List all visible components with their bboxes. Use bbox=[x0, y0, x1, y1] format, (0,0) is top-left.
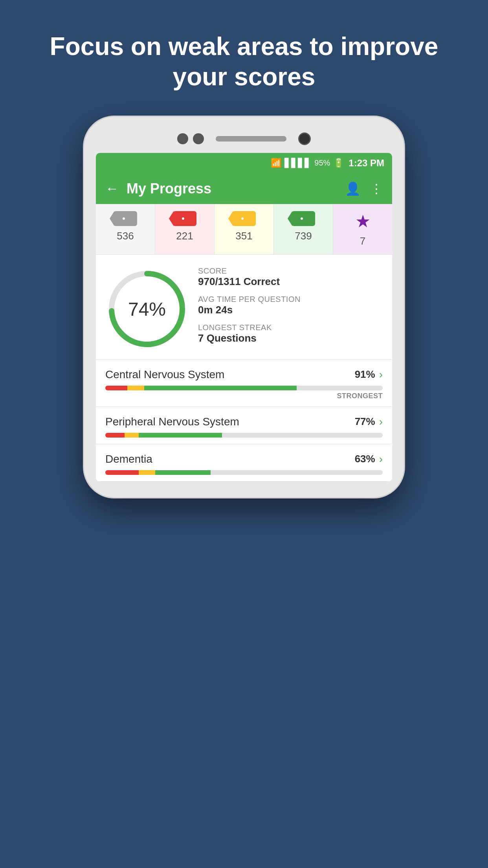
status-time: 1:23 PM bbox=[349, 158, 384, 169]
phone-screen: 📶 ▋▋▋▋ 95% 🔋 1:23 PM ← My Progress 👤 ⋮ 5… bbox=[96, 153, 392, 482]
tab-yellow-value: 351 bbox=[235, 230, 252, 242]
tag-red-icon bbox=[173, 211, 196, 226]
star-icon: ★ bbox=[355, 211, 371, 231]
subject-percentage: 91% bbox=[355, 368, 375, 381]
tab-gray[interactable]: 536 bbox=[96, 204, 155, 254]
tag-gray-icon bbox=[114, 211, 137, 226]
subject-percentage: 77% bbox=[355, 416, 375, 428]
page-title: My Progress bbox=[127, 180, 337, 197]
streak-row: LONGEST STREAK 7 Questions bbox=[198, 323, 380, 344]
subject-name: Central Nervous System bbox=[105, 368, 224, 381]
chevron-right-icon: › bbox=[379, 368, 383, 381]
camera-dot bbox=[177, 133, 188, 144]
subject-item[interactable]: Peripheral Nervous System 77% › bbox=[96, 407, 392, 444]
tab-yellow[interactable]: 351 bbox=[215, 204, 274, 254]
score-label: SCORE bbox=[198, 267, 380, 276]
tab-gray-value: 536 bbox=[117, 230, 134, 242]
tag-green-icon bbox=[292, 211, 315, 226]
progress-stats: SCORE 970/1311 Correct AVG TIME PER QUES… bbox=[198, 267, 380, 351]
svg-point-1 bbox=[182, 217, 184, 220]
svg-point-3 bbox=[301, 217, 303, 220]
subject-name: Dementia bbox=[105, 453, 152, 465]
svg-point-2 bbox=[241, 217, 244, 220]
subject-percentage: 63% bbox=[355, 453, 375, 465]
tab-star-value: 7 bbox=[360, 235, 365, 247]
streak-label: LONGEST STREAK bbox=[198, 323, 380, 332]
signal-icon: ▋▋▋▋ bbox=[284, 158, 311, 168]
battery-icon: 🔋 bbox=[333, 158, 344, 168]
subject-bar bbox=[105, 433, 383, 438]
app-bar: ← My Progress 👤 ⋮ bbox=[96, 173, 392, 204]
tab-green-value: 739 bbox=[295, 230, 312, 242]
subject-tag: STRONGEST bbox=[105, 392, 383, 400]
more-options-icon[interactable]: ⋮ bbox=[370, 181, 383, 196]
percentage-text: 74% bbox=[128, 298, 166, 320]
streak-value: 7 Questions bbox=[198, 332, 380, 344]
score-row: SCORE 970/1311 Correct bbox=[198, 267, 380, 288]
avg-time-label: AVG TIME PER QUESTION bbox=[198, 295, 380, 304]
camera-dot-2 bbox=[193, 133, 204, 144]
subject-list: Central Nervous System 91% › STRONGEST P… bbox=[96, 360, 392, 482]
back-button[interactable]: ← bbox=[105, 181, 119, 196]
wifi-icon: 📶 bbox=[271, 158, 281, 168]
subject-bar bbox=[105, 470, 383, 475]
score-value: 970/1311 Correct bbox=[198, 276, 380, 288]
tab-red[interactable]: 221 bbox=[155, 204, 215, 254]
subject-bar bbox=[105, 386, 383, 390]
avg-time-value: 0m 24s bbox=[198, 304, 380, 316]
tag-yellow-icon bbox=[232, 211, 256, 226]
subject-item[interactable]: Central Nervous System 91% › STRONGEST bbox=[96, 360, 392, 407]
chevron-right-icon: › bbox=[379, 416, 383, 428]
avg-time-row: AVG TIME PER QUESTION 0m 24s bbox=[198, 295, 380, 316]
tab-star[interactable]: ★ 7 bbox=[333, 204, 392, 254]
circle-progress: 74% bbox=[108, 270, 186, 348]
speaker bbox=[216, 136, 286, 142]
subject-item[interactable]: Dementia 63% › bbox=[96, 444, 392, 482]
chevron-right-icon: › bbox=[379, 453, 383, 465]
status-bar: 📶 ▋▋▋▋ 95% 🔋 1:23 PM bbox=[96, 153, 392, 173]
tab-red-value: 221 bbox=[176, 230, 193, 242]
headline: Focus on weak areas to improve your scor… bbox=[0, 0, 488, 116]
svg-point-0 bbox=[123, 217, 125, 220]
battery-label: 95% bbox=[314, 158, 330, 167]
subject-name: Peripheral Nervous System bbox=[105, 416, 239, 428]
stats-tabs: 536 221 351 739 ★ bbox=[96, 204, 392, 255]
front-camera bbox=[298, 132, 311, 145]
tab-green[interactable]: 739 bbox=[274, 204, 333, 254]
progress-section: 74% SCORE 970/1311 Correct AVG TIME PER … bbox=[96, 255, 392, 360]
phone-wrapper: 📶 ▋▋▋▋ 95% 🔋 1:23 PM ← My Progress 👤 ⋮ 5… bbox=[83, 116, 405, 498]
profile-icon[interactable]: 👤 bbox=[345, 181, 361, 196]
